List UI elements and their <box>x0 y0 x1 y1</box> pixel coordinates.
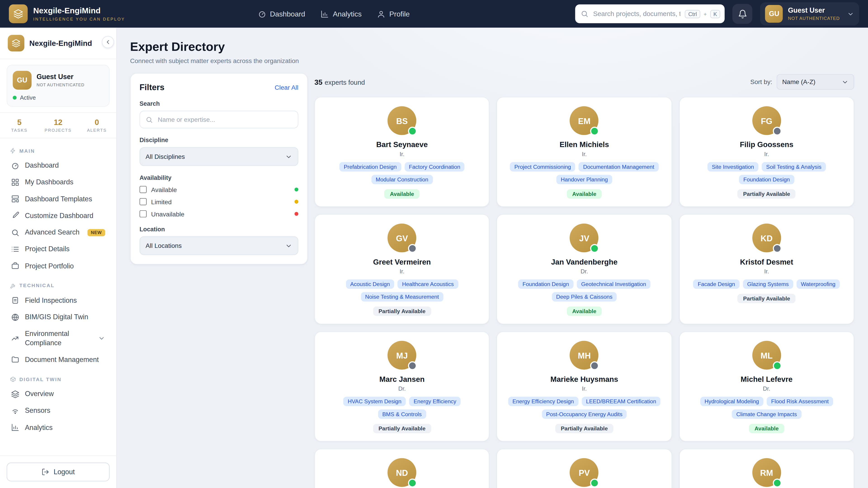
avatar: GU <box>765 5 783 23</box>
expert-card-greet-vermeiren[interactable]: GVGreet VermeirenIr.Acoustic DesignHealt… <box>314 214 490 324</box>
sidebar-item-project-details[interactable]: Project Details <box>5 241 111 258</box>
status-dot <box>773 244 781 253</box>
section-label-technical: TECHNICAL <box>10 283 106 289</box>
kbd-k: K <box>710 10 720 18</box>
section-label-digital-twin: DIGITAL TWIN <box>10 376 106 382</box>
expertise-tag: Climate Change Impacts <box>732 410 801 419</box>
expert-tags: Facade DesignGlazing SystemsWaterproofin… <box>693 280 840 289</box>
availability-option-limited[interactable]: Limited <box>140 198 298 205</box>
layers-icon <box>8 35 24 51</box>
sidebar-item-label: Analytics <box>25 423 53 432</box>
filter-search[interactable] <box>140 111 298 128</box>
location-select[interactable]: All Locations <box>140 236 298 255</box>
stat-projects: 12PROJECTS <box>39 118 77 133</box>
expertise-tag: Site Investigation <box>707 162 758 172</box>
expert-card-michel-lefevre[interactable]: MLMichel LefevreDr.Hydrological Modeling… <box>679 331 854 442</box>
expert-avatar: PV <box>570 458 598 487</box>
topnav-menu: DashboardAnalyticsProfile <box>258 10 410 18</box>
expert-card-nicole-dupont[interactable]: NDNicole Dupont <box>314 449 490 488</box>
expert-card-ellen-michiels[interactable]: EMEllen MichielsIr.Project Commissioning… <box>497 97 672 207</box>
sidebar-item-my-dashboards[interactable]: My Dashboards <box>5 174 111 191</box>
status-dot <box>408 244 417 253</box>
trend-icon <box>11 334 20 343</box>
expert-avatar: BS <box>388 106 416 135</box>
expert-card-marieke-huysmans[interactable]: MHMarieke HuysmansIr.Energy Efficiency D… <box>497 331 672 442</box>
sidebar-item-dashboard[interactable]: Dashboard <box>5 157 111 174</box>
sort-by-label: Sort by: <box>750 78 772 85</box>
expertise-tag: LEED/BREEAM Certification <box>582 397 661 406</box>
sidebar-item-label: Customize Dashboard <box>25 211 93 220</box>
section-label-main: MAIN <box>10 148 106 154</box>
section-label-text: DIGITAL TWIN <box>20 377 62 382</box>
topnav-item-analytics[interactable]: Analytics <box>321 10 362 18</box>
expert-card-peter-vandamme[interactable]: PVPeter Vandamme <box>497 449 672 488</box>
expert-avatar: FG <box>752 106 781 135</box>
expert-tags: Acoustic DesignHealthcare AcousticsNoise… <box>323 280 481 302</box>
stat-value: 12 <box>39 118 77 127</box>
sidebar-item-field-inspections[interactable]: Field Inspections <box>5 292 111 308</box>
sort-select[interactable]: Name (A-Z) <box>777 74 854 90</box>
status-dot <box>773 361 781 370</box>
user-menu[interactable]: GU Guest User NOT AUTHENTICATED <box>760 2 859 26</box>
template-icon <box>11 195 20 203</box>
sidebar-item-project-portfolio[interactable]: Project Portfolio <box>5 258 111 274</box>
availability-checkbox-limited[interactable] <box>140 198 147 205</box>
availability-option-unavailable[interactable]: Unavailable <box>140 210 298 218</box>
expert-card-jan-vandenberghe[interactable]: JVJan VandenbergheDr.Foundation DesignGe… <box>497 214 672 324</box>
expert-tags: Prefabrication DesignFactory Coordinatio… <box>323 162 481 184</box>
sidebar-item-advanced-search[interactable]: Advanced SearchNEW <box>5 224 111 241</box>
global-search-input[interactable] <box>592 9 682 18</box>
globe-icon <box>11 313 20 321</box>
availability-checkbox-available[interactable] <box>140 186 147 193</box>
expert-card-bart-seynaeve[interactable]: BSBart SeynaeveIr.Prefabrication DesignF… <box>314 97 490 207</box>
expert-name: Marieke Huysmans <box>550 375 618 383</box>
sidebar-item-analytics[interactable]: Analytics <box>5 419 111 436</box>
global-search[interactable]: Ctrl + K <box>576 4 725 23</box>
experts-grid: BSBart SeynaeveIr.Prefabrication DesignF… <box>314 97 854 488</box>
expertise-tag: Handover Planning <box>556 175 612 184</box>
expert-title: Ir. <box>400 151 404 157</box>
availability-badge: Partially Available <box>555 424 613 433</box>
sidebar-item-customize-dashboard[interactable]: Customize Dashboard <box>5 207 111 224</box>
availability-label: Availability <box>140 174 298 181</box>
sidebar-item-overview[interactable]: Overview <box>5 386 111 402</box>
topnav-item-profile[interactable]: Profile <box>377 10 410 18</box>
expert-card-filip-goossens[interactable]: FGFilip GoossensIr.Site InvestigationSoi… <box>679 97 854 207</box>
expert-tags: Foundation DesignGeotechnical Investigat… <box>505 280 663 302</box>
expert-card-rik-moens[interactable]: RMRik Moens <box>679 449 854 488</box>
sidebar-item-document-management[interactable]: Document Management <box>5 351 111 368</box>
sidebar-item-dashboard-templates[interactable]: Dashboard Templates <box>5 191 111 207</box>
expert-avatar: ML <box>752 341 781 369</box>
expert-card-kristof-desmet[interactable]: KDKristof DesmetIr.Facade DesignGlazing … <box>679 214 854 324</box>
availability-checkbox-unavailable[interactable] <box>140 210 147 218</box>
sidebar-item-sensors[interactable]: Sensors <box>5 402 111 419</box>
filter-search-input[interactable] <box>157 116 292 123</box>
sidebar-item-label: Dashboard Templates <box>25 195 92 203</box>
notifications-button[interactable] <box>733 4 752 24</box>
section-label-text: MAIN <box>20 148 35 153</box>
expert-card-marc-jansen[interactable]: MJMarc JansenDr.HVAC System DesignEnergy… <box>314 331 490 442</box>
sidebar-item-label: Overview <box>25 390 54 398</box>
zap-icon <box>10 148 16 154</box>
chevron-down-icon <box>285 242 292 249</box>
expertise-tag: Glazing Systems <box>743 280 793 289</box>
expert-title: Dr. <box>581 268 588 274</box>
filters-title: Filters <box>140 83 164 92</box>
gauge-icon <box>11 161 20 170</box>
sidebar-item-environmental-compliance[interactable]: Environmental Compliance <box>5 326 111 351</box>
page-subtitle: Connect with subject matter experts acro… <box>130 58 854 64</box>
sidebar-collapse-button[interactable] <box>102 36 114 48</box>
availability-option-available[interactable]: Available <box>140 186 298 193</box>
discipline-select[interactable]: All Disciplines <box>140 147 298 166</box>
sidebar-brand: Nexgile-EngiMind <box>29 39 92 47</box>
kbd-ctrl: Ctrl <box>685 10 700 18</box>
logout-button[interactable]: Logout <box>6 462 110 481</box>
expertise-tag: Foundation Design <box>518 280 574 289</box>
new-badge: NEW <box>88 229 105 236</box>
availability-options: AvailableLimitedUnavailable <box>140 186 298 218</box>
sidebar-item-bim-gis-digital-twin[interactable]: BIM/GIS Digital Twin <box>5 309 111 326</box>
topnav-item-dashboard[interactable]: Dashboard <box>258 10 305 18</box>
briefcase-icon <box>11 262 20 270</box>
sidebar-item-label: Project Details <box>25 245 69 254</box>
clear-all-link[interactable]: Clear All <box>275 84 298 90</box>
